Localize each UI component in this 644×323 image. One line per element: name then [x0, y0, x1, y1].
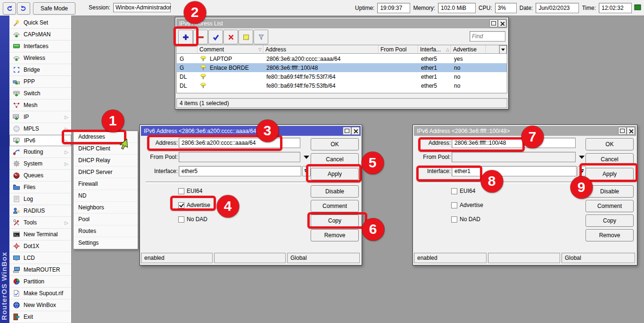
dialog2-close-button[interactable] — [627, 127, 635, 135]
safe-mode-label: Safe Mode — [41, 5, 68, 12]
checkbox-eui64[interactable]: EUI64 — [178, 187, 202, 195]
close-button[interactable] — [498, 19, 506, 27]
sidebar-item-dot1x[interactable]: Dot1X — [9, 240, 71, 252]
checkbox-unchecked-icon[interactable] — [178, 188, 184, 194]
interface-label: Interface: — [141, 166, 178, 176]
sidebar-item-bridge[interactable]: Bridge — [9, 64, 71, 76]
comment-button[interactable] — [239, 30, 253, 44]
dialog1-close-button[interactable] — [351, 127, 360, 135]
from-pool-input[interactable] — [452, 152, 576, 162]
disable-button[interactable]: Disable — [311, 185, 359, 198]
cell-value: 2806:3e6:a200:cccc::aaaa/64 — [266, 56, 340, 62]
submenu-item-pool[interactable]: Pool — [74, 214, 138, 225]
checkbox-unchecked-icon[interactable] — [451, 202, 457, 208]
checkbox-advertise[interactable]: Advertise — [451, 201, 483, 209]
disable-button[interactable]: Disable — [586, 185, 634, 198]
from-pool-dropdown-icon[interactable] — [304, 156, 309, 159]
sidebar-item-system[interactable]: System▷ — [9, 158, 71, 170]
comment-button[interactable]: Comment — [311, 200, 359, 212]
sidebar-item-routing[interactable]: Routing▷ — [9, 146, 71, 158]
sidebar-item-label: Switch — [24, 90, 40, 97]
sidebar-item-wireless[interactable]: Wireless — [9, 52, 71, 64]
submenu-item-neighbors[interactable]: Neighbors — [74, 202, 138, 214]
annotation-highlight-rect — [62, 130, 126, 144]
ok-button[interactable]: OK — [311, 138, 359, 150]
sidebar-item-make-supout-rif[interactable]: Make Supout.rif — [9, 288, 71, 299]
sidebar-item-radius[interactable]: RADIUS — [9, 205, 71, 217]
column-header-interfa-[interactable]: Interfa...△ — [418, 45, 451, 54]
submenu-item-dhcp-server[interactable]: DHCP Server — [74, 166, 138, 178]
sidebar-item-tools[interactable]: Tools▷ — [9, 217, 71, 229]
checkbox-unchecked-icon[interactable] — [178, 216, 184, 223]
safe-mode-button[interactable]: Safe Mode — [33, 2, 75, 15]
column-header-from-pool[interactable]: From Pool — [379, 45, 418, 54]
enable-button[interactable] — [208, 30, 223, 44]
session-field[interactable]: Winbox-Administrador — [113, 3, 171, 12]
disable-button[interactable] — [223, 30, 238, 44]
folder-icon — [13, 183, 20, 191]
interface-input[interactable]: ether5 — [179, 166, 301, 176]
sidebar-item-files[interactable]: Files — [9, 182, 71, 193]
sidebar-item-new-winbox[interactable]: New WinBox — [9, 299, 71, 311]
sidebar-item-interfaces[interactable]: Interfaces — [9, 41, 71, 52]
sidebar-item-new-terminal[interactable]: New Terminal — [9, 229, 71, 240]
status-cell-state: enabled — [414, 253, 487, 263]
comment-button[interactable]: Comment — [586, 200, 634, 212]
column-header-comment[interactable]: Comment▽ — [198, 45, 264, 54]
stat-value: 102.0 MiB — [438, 3, 476, 13]
checkbox-eui64[interactable]: EUI64 — [451, 187, 475, 195]
ok-button[interactable]: OK — [586, 138, 634, 150]
table-row[interactable]: GLAPTOP2806:3e6:a200:cccc::aaaa/64ether5… — [177, 54, 507, 63]
address-table: Comment▽AddressFrom PoolInterfa...△Adver… — [176, 45, 507, 93]
checkbox-label: No DAD — [460, 216, 480, 223]
sidebar-item-switch[interactable]: Switch — [9, 88, 71, 99]
table-row[interactable]: DLfe80::ba69:f4ff:fe75:53f7/64ether1no — [177, 72, 507, 81]
table-row[interactable]: GEnlace BORDE2806:3e6:ffff::100/48ether1… — [177, 63, 507, 72]
sidebar-item-partition[interactable]: Partition — [9, 276, 71, 288]
column-header-flags[interactable] — [177, 45, 198, 54]
checkbox-unchecked-icon[interactable] — [451, 188, 457, 194]
sidebar-item-label: Files — [24, 184, 35, 190]
list-window-titlebar[interactable]: IPv6 Address List — [176, 18, 507, 28]
submenu-item-dhcp-relay[interactable]: DHCP Relay — [74, 155, 138, 166]
sidebar-item-exit[interactable]: Exit — [9, 311, 71, 323]
redo-button[interactable] — [17, 2, 30, 15]
checkbox-no-dad[interactable]: No DAD — [451, 215, 480, 223]
session-label: Session: — [89, 4, 110, 11]
dialog1-titlebar[interactable]: IPv6 Address <2806:3e6:a200:cccc::aaaa/6… — [141, 126, 361, 136]
submenu-item-settings[interactable]: Settings — [74, 237, 138, 249]
sidebar-item-metarouter[interactable]: MetaROUTER — [9, 264, 71, 276]
maximize-button[interactable] — [489, 19, 498, 27]
column-header-advertise[interactable]: Advertise — [451, 45, 486, 54]
checkbox-no-dad[interactable]: No DAD — [178, 215, 207, 223]
cell-flags: DL — [177, 81, 198, 90]
sidebar-item-mesh[interactable]: Mesh — [9, 99, 71, 111]
dialog2-maximize-button[interactable] — [618, 127, 627, 135]
sidebar-item-quick-set[interactable]: Quick Set — [9, 17, 71, 29]
table-row[interactable]: DLfe80::ba69:f4ff:fe75:53fb/64ether5no — [177, 81, 507, 90]
copy-button[interactable]: Copy — [586, 215, 634, 227]
from-pool-dropdown-icon[interactable] — [579, 156, 585, 159]
submenu-item-firewall[interactable]: Firewall — [74, 178, 138, 190]
undo-button[interactable] — [3, 2, 16, 15]
submenu-item-nd[interactable]: ND — [74, 190, 138, 202]
column-select-button[interactable] — [499, 45, 507, 54]
column-header-flags[interactable] — [486, 45, 499, 54]
sidebar-item-log[interactable]: Log — [9, 193, 71, 205]
filter-button[interactable] — [254, 30, 268, 44]
from-pool-input[interactable] — [179, 152, 300, 162]
undo-icon — [6, 5, 13, 12]
column-header-address[interactable]: Address — [264, 45, 379, 54]
find-input[interactable] — [470, 31, 505, 41]
remove-button[interactable]: Remove — [311, 229, 359, 241]
checkbox-unchecked-icon[interactable] — [451, 216, 457, 223]
sidebar-item-lcd[interactable]: LCD — [9, 252, 71, 264]
sidebar-item-capsman[interactable]: CAPsMAN — [9, 29, 71, 41]
remove-button[interactable]: Remove — [586, 229, 634, 241]
sidebar-item-queues[interactable]: Queues — [9, 170, 71, 182]
annotation-step-8: 8 — [481, 170, 503, 192]
submenu-item-routes[interactable]: Routes — [74, 225, 138, 237]
sidebar-item-ip[interactable]: 255IP▷ — [9, 111, 71, 123]
sidebar-item-ppp[interactable]: PPP — [9, 76, 71, 88]
dialog1-maximize-button[interactable] — [343, 127, 351, 135]
